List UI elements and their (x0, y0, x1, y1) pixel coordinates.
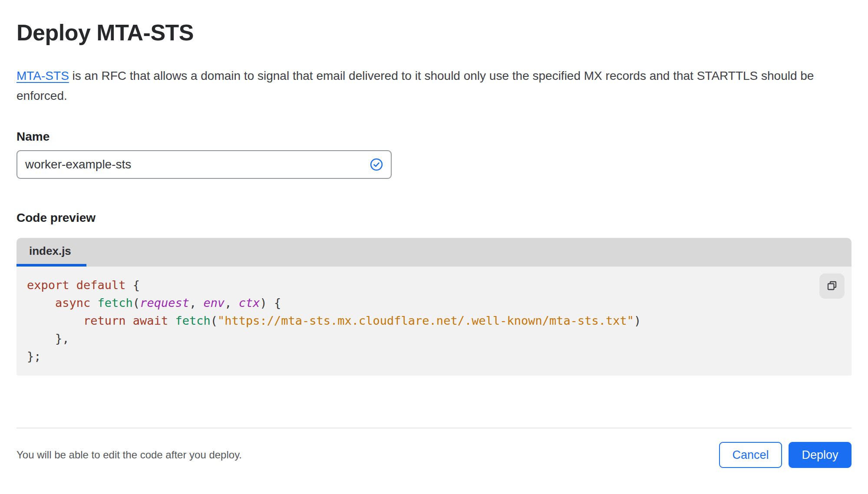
code-tab-bar: index.js (17, 238, 851, 267)
code-preview-label: Code preview (17, 211, 851, 225)
check-circle-icon (370, 158, 383, 171)
footer-divider (17, 428, 851, 428)
tab-label: index.js (29, 244, 71, 257)
deploy-button[interactable]: Deploy (789, 442, 851, 468)
mta-sts-link[interactable]: MTA-STS (17, 69, 69, 82)
code-preview-block: index.js export default { async fetch(re… (17, 238, 851, 375)
name-input[interactable] (17, 150, 392, 179)
footer: You will be able to edit the code after … (17, 428, 851, 468)
copy-icon (825, 279, 839, 294)
name-input-wrapper (17, 150, 392, 179)
footer-note: You will be able to edit the code after … (17, 449, 242, 461)
tab-index-js[interactable]: index.js (17, 238, 86, 267)
code-content: export default { async fetch(request, en… (27, 276, 841, 365)
page-title: Deploy MTA-STS (17, 19, 851, 46)
deploy-mta-sts-page: Deploy MTA-STS MTA-STS is an RFC that al… (0, 0, 868, 468)
name-label: Name (17, 130, 851, 143)
code-area: export default { async fetch(request, en… (17, 267, 851, 375)
page-description-text: is an RFC that allows a domain to signal… (17, 69, 814, 102)
page-description: MTA-STS is an RFC that allows a domain t… (17, 66, 824, 106)
cancel-button[interactable]: Cancel (719, 442, 782, 468)
copy-code-button[interactable] (819, 273, 845, 299)
footer-actions: Cancel Deploy (719, 442, 851, 468)
